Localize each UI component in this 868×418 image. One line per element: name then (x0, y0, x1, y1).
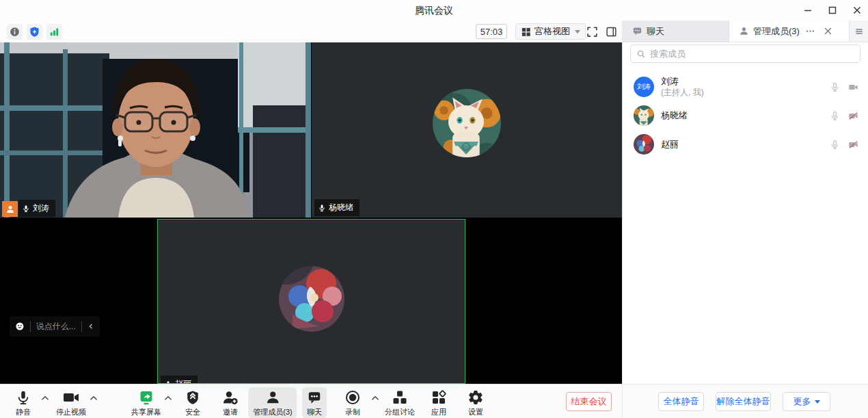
member-role: (主持人, 我) (661, 88, 830, 98)
share-screen-button[interactable]: 共享屏幕 (126, 387, 166, 418)
participant-name: 赵丽 (175, 378, 191, 384)
chevron-up-icon[interactable] (372, 395, 379, 401)
camera-off-icon[interactable] (847, 140, 859, 150)
network-signal-icon[interactable] (46, 24, 62, 40)
member-row-liutao[interactable]: 刘涛 刘涛 (主持人, 我) (623, 73, 868, 101)
microphone-icon[interactable] (830, 82, 840, 92)
video-tile-zhaoli[interactable]: 赵丽 (157, 219, 465, 384)
meeting-timer: 57:03 (476, 24, 507, 39)
tile-name-label: 刘涛 (18, 200, 55, 217)
invite-button[interactable]: 邀请 (217, 387, 243, 418)
close-window-icon[interactable] (850, 3, 864, 17)
unmute-all-button[interactable]: 解除全体静音 (716, 392, 771, 411)
chevron-down-icon (815, 400, 820, 404)
avatar-text: 刘涛 (637, 82, 651, 92)
record-button[interactable]: 录制 (340, 387, 366, 418)
grid-view-icon (521, 27, 531, 37)
screen-share-icon (138, 389, 154, 406)
participant-name: 杨晓绪 (329, 202, 353, 213)
tab-chat[interactable]: 聊天 (623, 21, 729, 42)
tab-chat-label: 聊天 (647, 25, 664, 38)
info-icon[interactable] (7, 24, 23, 40)
chat-input-placeholder[interactable]: 说点什么... (36, 321, 76, 332)
view-selector-label: 宫格视图 (534, 25, 570, 38)
camera-on-icon[interactable] (847, 82, 859, 92)
button-label: 更多 (794, 395, 811, 408)
chat-bubble-icon (307, 389, 322, 406)
content-area: 刘涛 (0, 42, 868, 384)
breakout-rooms-button[interactable]: 分组讨论 (380, 387, 420, 418)
settings-gear-icon (467, 389, 484, 406)
chevron-up-icon[interactable] (42, 395, 49, 401)
breakout-rooms-icon (392, 389, 408, 406)
microphone-icon (16, 389, 31, 406)
emoji-smiley-icon[interactable] (15, 321, 25, 332)
top-toolbar: 57:03 宫格视图 聊天 管理成员(3) (0, 21, 868, 42)
button-label: 安全 (185, 407, 200, 417)
button-label: 停止视频 (56, 407, 86, 417)
mute-all-button[interactable]: 全体静音 (658, 392, 704, 411)
tile-name-label: 杨晓绪 (314, 199, 360, 216)
member-name: 赵丽 (661, 139, 830, 150)
more-button[interactable]: 更多 (783, 392, 830, 411)
tab-members-label: 管理成员(3) (753, 25, 800, 38)
avatar (433, 89, 501, 157)
member-name: 杨晓绪 (661, 110, 830, 121)
stop-video-button[interactable]: 停止视频 (51, 387, 91, 418)
person-icon (739, 26, 749, 36)
button-label: 邀请 (223, 407, 238, 417)
collapse-chevron-icon[interactable] (87, 322, 94, 330)
shield-icon (185, 389, 200, 406)
button-label: 解除全体静音 (717, 395, 770, 408)
search-input[interactable] (650, 49, 854, 59)
members-panel: 刘涛 刘涛 (主持人, 我) 杨晓绪 (622, 42, 868, 384)
button-label: 静音 (16, 407, 31, 417)
security-button[interactable]: 安全 (180, 387, 205, 418)
button-label: 全体静音 (664, 395, 699, 408)
tile-name-label: 赵丽 (161, 376, 198, 384)
end-meeting-button[interactable]: 结束会议 (566, 392, 612, 411)
hamburger-icon[interactable] (849, 21, 868, 42)
sidebar-toggle-icon[interactable] (603, 24, 619, 40)
maximize-icon[interactable] (826, 3, 839, 17)
video-stage: 刘涛 (0, 42, 622, 384)
avatar (279, 266, 344, 332)
apps-icon (431, 389, 447, 406)
video-tile-yangxiaoxu[interactable]: 杨晓绪 (312, 42, 622, 218)
window-controls (801, 0, 864, 21)
settings-button[interactable]: 设置 (463, 387, 489, 418)
chevron-up-icon[interactable] (90, 395, 98, 401)
member-row-yangxiaoxu[interactable]: 杨晓绪 (623, 101, 868, 130)
more-dots-icon[interactable] (805, 26, 815, 36)
microphone-icon (318, 204, 326, 212)
button-label: 聊天 (307, 407, 322, 417)
quick-chat-overlay[interactable]: 说点什么... (10, 316, 100, 337)
button-label: 分组讨论 (385, 407, 415, 417)
avatar: 刘涛 (634, 77, 654, 97)
camera-icon (62, 389, 80, 406)
mute-button[interactable]: 静音 (11, 387, 36, 418)
chat-button[interactable]: 聊天 (302, 387, 327, 418)
video-tile-liutao[interactable]: 刘涛 (0, 42, 311, 218)
fullscreen-icon[interactable] (584, 24, 600, 40)
apps-button[interactable]: 应用 (426, 387, 452, 418)
search-box[interactable] (630, 44, 860, 63)
tab-manage-members[interactable]: 管理成员(3) (729, 21, 849, 42)
host-badge-icon (2, 201, 18, 217)
camera-off-icon[interactable] (847, 111, 859, 121)
sidebar-tab-bar: 聊天 管理成员(3) (622, 21, 868, 42)
window-title: 腾讯会议 (0, 5, 868, 17)
close-panel-icon[interactable] (824, 27, 832, 36)
meeting-toolbar: 57:03 宫格视图 (0, 21, 622, 42)
chevron-down-icon (575, 30, 580, 34)
button-label: 应用 (431, 407, 446, 417)
button-label: 录制 (345, 407, 360, 417)
security-shield-icon[interactable] (27, 24, 42, 40)
member-row-zhaoli[interactable]: 赵丽 (623, 130, 868, 159)
microphone-icon[interactable] (830, 111, 840, 121)
view-selector[interactable]: 宫格视图 (515, 23, 586, 40)
chevron-up-icon[interactable] (165, 395, 172, 401)
minimize-icon[interactable] (801, 3, 815, 17)
microphone-icon[interactable] (830, 140, 840, 150)
manage-members-button[interactable]: 管理成员(3) (248, 387, 297, 418)
